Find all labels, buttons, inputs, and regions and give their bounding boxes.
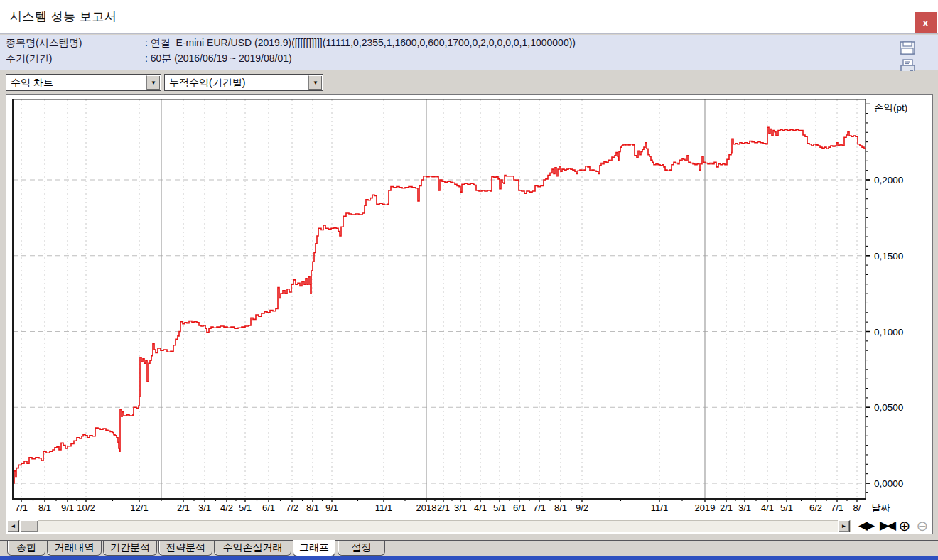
y-tick-label: 0,1500 bbox=[874, 251, 903, 262]
x-axis-title: 날짜 bbox=[871, 502, 891, 513]
right-arrow-icon: ► bbox=[841, 523, 847, 529]
scroll-track[interactable] bbox=[7, 520, 851, 532]
tab-settings[interactable]: 설정 bbox=[338, 541, 385, 556]
plot-background bbox=[6, 95, 932, 518]
y-tick-label: 0,2000 bbox=[874, 175, 903, 185]
tab-profit-loss-trades[interactable]: 수익손실거래 bbox=[214, 541, 291, 556]
chart-toolbar: 수익 차트 ▼ 누적수익(기간별) ▼ bbox=[0, 71, 938, 93]
x-tick-label: 3/1 bbox=[454, 502, 467, 513]
period-field-label: 주기(기간) bbox=[6, 53, 145, 65]
compress-x-button[interactable]: ▶◀ bbox=[876, 519, 897, 533]
x-tick-label: 2/1 bbox=[437, 502, 450, 513]
window-title: 시스템 성능 보고서 bbox=[10, 9, 117, 25]
x-tick-label: 11/1 bbox=[375, 502, 392, 513]
scroll-thumb[interactable] bbox=[20, 520, 38, 532]
save-button[interactable] bbox=[899, 38, 916, 58]
tab-trade-history[interactable]: 거래내역 bbox=[47, 541, 102, 556]
x-tick-label: 5/1 bbox=[239, 502, 252, 513]
profit-chart: 0,20000,15000,10000,05000,00007/18/19/11… bbox=[6, 95, 932, 518]
close-icon: x bbox=[922, 16, 928, 28]
x-tick-label: 9/1 bbox=[61, 502, 74, 513]
expand-horizontal-icon: ◀▶ bbox=[858, 519, 873, 532]
metric-value: 누적수익(기간별) bbox=[169, 77, 245, 90]
x-tick-label: 7/1 bbox=[15, 502, 28, 513]
period-field-value: : 60분 (2016/06/19 ~ 2019/08/01) bbox=[145, 53, 292, 64]
x-tick-label: 5/1 bbox=[493, 502, 506, 513]
zoom-in-icon: ⊕ bbox=[899, 518, 911, 534]
compress-horizontal-icon: ▶◀ bbox=[880, 519, 894, 532]
x-tick-label: 4/1 bbox=[474, 502, 487, 513]
x-tick-label: 2/1 bbox=[177, 502, 190, 513]
x-tick-label: 11/1 bbox=[651, 502, 668, 513]
chevron-down-icon[interactable]: ▼ bbox=[308, 75, 322, 90]
x-tick-label: 3/1 bbox=[198, 502, 211, 513]
floppy-icon bbox=[899, 38, 916, 58]
chevron-down-icon[interactable]: ▼ bbox=[146, 75, 160, 90]
x-tick-label: 5/1 bbox=[780, 502, 793, 513]
x-tick-label: 6/2 bbox=[809, 502, 822, 513]
chart-type-dropdown[interactable]: 수익 차트 ▼ bbox=[6, 74, 161, 91]
chart-panel: 0,20000,15000,10000,05000,00007/18/19/11… bbox=[6, 94, 933, 534]
x-tick-label: 6/1 bbox=[513, 502, 526, 513]
y-axis-title: 손익(pt) bbox=[874, 102, 907, 113]
zoom-out-button[interactable]: ⊖ bbox=[914, 519, 931, 533]
scroll-left-button[interactable]: ◄ bbox=[7, 520, 19, 532]
expand-x-button[interactable]: ◀▶ bbox=[855, 519, 876, 533]
zoom-in-button[interactable]: ⊕ bbox=[896, 519, 913, 533]
y-tick-label: 0,0000 bbox=[874, 478, 903, 489]
x-tick-label: 8/1 bbox=[554, 502, 567, 513]
x-tick-label: 2019 bbox=[695, 502, 716, 513]
chart-type-value: 수익 차트 bbox=[11, 77, 53, 90]
x-tick-label: 9/1 bbox=[325, 502, 338, 513]
header-row-symbol: 종목명(시스템명): 연결_E-mini EUR/USD (2019.9)([[… bbox=[6, 37, 576, 53]
y-tick-label: 0,0500 bbox=[874, 402, 903, 413]
x-tick-label: 8/1 bbox=[306, 502, 319, 513]
x-tick-label: 2/1 bbox=[720, 502, 733, 513]
x-tick-label: 4/2 bbox=[220, 502, 233, 513]
title-bar: 시스템 성능 보고서 bbox=[0, 0, 938, 34]
tab-graph[interactable]: 그래프 bbox=[293, 540, 335, 556]
x-tick-label: 7/1 bbox=[533, 502, 546, 513]
x-tick-label: 7/2 bbox=[286, 502, 298, 513]
x-tick-label: 7/1 bbox=[831, 502, 843, 513]
symbol-field-label: 종목명(시스템명) bbox=[6, 37, 145, 50]
scroll-right-button[interactable]: ► bbox=[838, 520, 850, 532]
x-tick-label: 4/1 bbox=[761, 502, 774, 513]
symbol-field-value: : 연결_E-mini EUR/USD (2019.9)([[[[[]]]]](… bbox=[145, 37, 576, 48]
metric-dropdown[interactable]: 누적수익(기간별) ▼ bbox=[164, 74, 323, 91]
window-bottom-edge bbox=[0, 556, 938, 560]
header-actions bbox=[898, 38, 935, 66]
x-tick-label: 6/1 bbox=[262, 502, 275, 513]
x-tick-label: 3/1 bbox=[738, 502, 751, 513]
x-tick-label: 10/2 bbox=[77, 502, 95, 513]
x-tick-label: 8/1 bbox=[38, 502, 51, 513]
left-arrow-icon: ◄ bbox=[11, 523, 16, 529]
report-header: 종목명(시스템명): 연결_E-mini EUR/USD (2019.9)([[… bbox=[0, 35, 938, 70]
x-tick-label: 2018 bbox=[416, 502, 437, 513]
tab-summary[interactable]: 종합 bbox=[7, 541, 45, 556]
tab-period-analysis[interactable]: 기간분석 bbox=[103, 541, 157, 556]
x-tick-label: 12/1 bbox=[130, 502, 148, 513]
zoom-out-icon: ⊖ bbox=[917, 518, 929, 534]
tab-strategy-analysis[interactable]: 전략분석 bbox=[158, 541, 212, 556]
x-tick-label: 8/ bbox=[853, 502, 861, 513]
x-tick-label: 9/2 bbox=[576, 502, 588, 513]
y-tick-label: 0,1000 bbox=[874, 327, 903, 338]
close-button[interactable]: x bbox=[915, 12, 937, 33]
header-row-period: 주기(기간): 60분 (2016/06/19 ~ 2019/08/01) bbox=[6, 53, 292, 68]
